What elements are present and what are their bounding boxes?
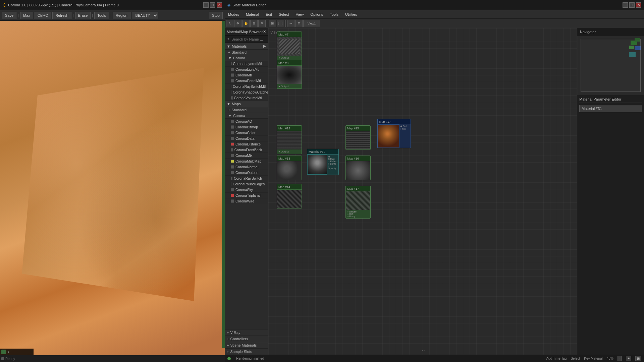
node-body-17: ◉ Out ○ Mix bbox=[378, 124, 411, 148]
map-item-color[interactable]: CoronaColor bbox=[225, 130, 268, 136]
map-item-sky[interactable]: CoronaSky bbox=[225, 187, 268, 193]
save-button[interactable]: Save bbox=[2, 12, 16, 19]
map-item-mix[interactable]: CoronaMix bbox=[225, 153, 268, 159]
node-ports: ● Output bbox=[277, 84, 302, 88]
zoom-tool-btn[interactable]: ⊕ bbox=[250, 20, 258, 27]
mat-item-corona-light[interactable]: CoronaLightMtl bbox=[225, 67, 268, 72]
layout-btn[interactable]: ⊞ bbox=[269, 20, 276, 27]
canvas-expand-btn[interactable]: ⋯ bbox=[420, 348, 425, 353]
mat-icon bbox=[231, 90, 231, 94]
node-thumb bbox=[277, 37, 302, 56]
map-item-bitmap[interactable]: CoronaBitmap bbox=[225, 124, 268, 130]
node-map-15[interactable]: Map #15 bbox=[345, 125, 371, 150]
fit-btn[interactable]: ⊞ bbox=[635, 356, 641, 361]
node-thumb-13 bbox=[277, 161, 302, 180]
close-browser-btn[interactable]: ✕ bbox=[263, 29, 266, 34]
port: ◉ Out bbox=[400, 125, 410, 128]
close-btn[interactable]: ✕ bbox=[217, 2, 222, 8]
slate-minimize-btn[interactable]: ─ bbox=[623, 2, 628, 8]
pan-tool-btn[interactable]: ✋ bbox=[242, 20, 250, 27]
node-map-17[interactable]: Map #17 ◉ Out ○ Mix bbox=[377, 119, 411, 148]
node-map-top2[interactable]: Map #8 ● Output bbox=[277, 60, 302, 89]
node-map-14[interactable]: Map #14 bbox=[277, 184, 302, 208]
max-button[interactable]: Max bbox=[20, 12, 33, 19]
map-item-rayswitch[interactable]: CoronaRaySwitch bbox=[225, 176, 268, 181]
map-item-multimap[interactable]: CoronaMultiMap bbox=[225, 159, 268, 164]
sample-slots-expand-icon: + bbox=[227, 350, 229, 354]
menu-options[interactable]: Options bbox=[309, 12, 324, 17]
menu-material[interactable]: Material bbox=[245, 12, 260, 17]
erase-button[interactable]: Erase bbox=[75, 12, 91, 19]
mat-item-corona-rayswitch[interactable]: CoronaRaySwitchMtl bbox=[225, 84, 268, 89]
refresh-button[interactable]: Refresh bbox=[52, 12, 71, 19]
node-map-17b[interactable]: Map #17 ○ Diffuse ○ Refl ○ Bump bbox=[345, 186, 371, 219]
view1-btn[interactable]: View1 bbox=[303, 20, 320, 27]
zoom-in-btn[interactable]: + bbox=[626, 356, 631, 361]
mat-search-input[interactable] bbox=[225, 36, 268, 43]
navigator-canvas[interactable] bbox=[577, 36, 644, 95]
connect-btn[interactable]: ⊸ bbox=[287, 20, 294, 27]
materials-expand-btn[interactable]: ▶ bbox=[263, 44, 266, 48]
add-time-tag-btn[interactable]: Add Time Tag bbox=[546, 357, 567, 360]
map-item-data[interactable]: CoronaData bbox=[225, 136, 268, 141]
maximize-btn[interactable]: □ bbox=[210, 2, 215, 8]
node-map-16[interactable]: Map #16 bbox=[345, 156, 371, 180]
mat-item-corona-mtl[interactable]: CoronaMtl bbox=[225, 72, 268, 78]
menu-utilities[interactable]: Utilities bbox=[344, 12, 358, 17]
node-canvas[interactable]: View1 Map #7 bbox=[268, 28, 577, 355]
corona-maps-header[interactable]: ▼ Corona bbox=[225, 113, 268, 119]
node-header-13: Map #13 bbox=[277, 156, 302, 161]
menu-view[interactable]: View bbox=[294, 12, 305, 17]
corona-materials-header[interactable]: ▼ Corona bbox=[225, 55, 268, 61]
mat-icon bbox=[231, 177, 232, 180]
map-item-distance[interactable]: CoronaDistance bbox=[225, 141, 268, 147]
menu-select[interactable]: Select bbox=[277, 12, 290, 17]
node-material-12[interactable]: Material #12 ◉ Diffuse ○ Reflect ○ Bump … bbox=[307, 149, 339, 175]
slate-maximize-btn[interactable]: □ bbox=[629, 2, 635, 8]
node-map-top1[interactable]: Map #7 ● Output bbox=[277, 32, 302, 60]
maps-label: Maps bbox=[232, 102, 241, 106]
ctrlc-button[interactable]: Ctrl+C bbox=[35, 12, 51, 19]
mat-item-corona-layered[interactable]: CoronaLayeredMtl bbox=[225, 61, 268, 67]
map-item-output[interactable]: CoronaOutput bbox=[225, 170, 268, 176]
mat-item-corona-volume[interactable]: CoronaVolumeMtl bbox=[225, 95, 268, 101]
node-map-13[interactable]: Map #13 bbox=[277, 156, 302, 180]
delete-btn[interactable]: ✕ bbox=[258, 20, 266, 27]
mat-item-corona-portal[interactable]: CoronaPortalMtl bbox=[225, 78, 268, 84]
zoom-out-btn[interactable]: - bbox=[618, 356, 622, 361]
menu-tools[interactable]: Tools bbox=[328, 12, 340, 17]
vray-footer-item[interactable]: + V-Ray bbox=[225, 329, 268, 336]
maps-section-header[interactable]: ▼ Maps bbox=[225, 101, 268, 107]
materials-section-header[interactable]: ▼ Materials ▶ bbox=[225, 43, 268, 50]
move-tool-btn[interactable]: ✥ bbox=[234, 20, 241, 27]
controllers-footer-item[interactable]: + Controllers bbox=[225, 336, 268, 342]
menu-edit[interactable]: Edit bbox=[264, 12, 273, 17]
map-item-normal[interactable]: CoronaNormal bbox=[225, 164, 268, 170]
map-item-frontback[interactable]: CoronaFrontBack bbox=[225, 147, 268, 153]
mat-param-field[interactable] bbox=[579, 105, 642, 112]
grid-btn[interactable]: ⋮⋮ bbox=[277, 20, 284, 27]
sample-slots-footer-item[interactable]: + Sample Slots bbox=[225, 348, 268, 355]
map-item-roundedges[interactable]: CoronaRoundEdges bbox=[225, 181, 268, 187]
pointer-tool-btn[interactable]: ↖ bbox=[226, 20, 233, 27]
toolbar-sep2 bbox=[285, 20, 286, 27]
scene-materials-footer-item[interactable]: + Scene Materials bbox=[225, 342, 268, 348]
minimize-btn[interactable]: ─ bbox=[203, 2, 209, 8]
map-item-wire[interactable]: CoronaWire bbox=[225, 198, 268, 204]
region-button[interactable]: Region bbox=[113, 12, 130, 19]
mat-icon bbox=[231, 148, 233, 152]
mat-icon bbox=[231, 96, 233, 100]
standard-maps-header[interactable]: + Standard bbox=[225, 107, 268, 113]
node-header-mat12: Material #12 bbox=[307, 149, 338, 155]
slate-close-btn[interactable]: ✕ bbox=[636, 2, 641, 8]
mat-item-corona-shadow[interactable]: CoronaShadowCatcher bbox=[225, 89, 268, 95]
standard-materials-header[interactable]: + Standard bbox=[225, 50, 268, 55]
map-item-triplanar[interactable]: CoronaTriplanar bbox=[225, 193, 268, 198]
options-btn[interactable]: ⚙ bbox=[295, 20, 303, 27]
node-map-12[interactable]: Map #12 ● Output bbox=[277, 125, 302, 154]
map-item-ao[interactable]: CoronaAO bbox=[225, 119, 268, 124]
beauty-dropdown[interactable]: BEAUTY bbox=[132, 12, 158, 19]
tools-button[interactable]: Tools bbox=[94, 12, 109, 19]
menu-modes[interactable]: Modes bbox=[227, 12, 240, 17]
stop-button[interactable]: Stop bbox=[209, 12, 223, 19]
